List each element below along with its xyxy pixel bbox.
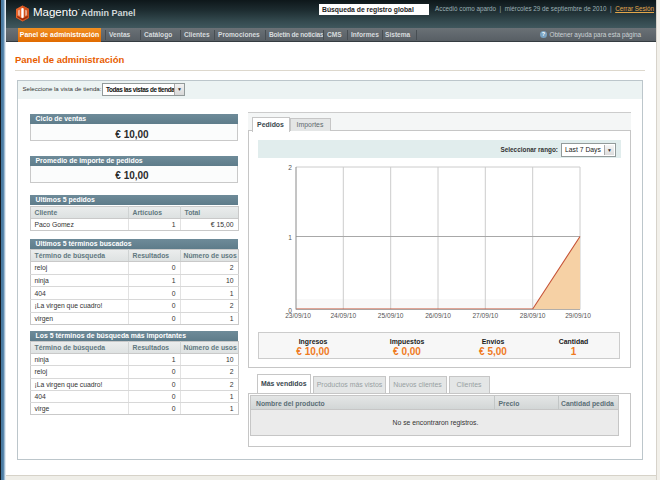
svg-text:24/09/10: 24/09/10 [330, 312, 356, 319]
svg-text:25/09/10: 25/09/10 [378, 312, 404, 319]
svg-text:28/09/10: 28/09/10 [520, 312, 546, 319]
svg-text:29/09/10: 29/09/10 [565, 312, 591, 319]
svg-text:27/09/10: 27/09/10 [472, 312, 498, 319]
svg-text:2: 2 [288, 164, 292, 171]
svg-text:1: 1 [288, 234, 292, 241]
svg-text:23/09/10: 23/09/10 [285, 312, 311, 319]
svg-text:26/09/10: 26/09/10 [425, 312, 451, 319]
